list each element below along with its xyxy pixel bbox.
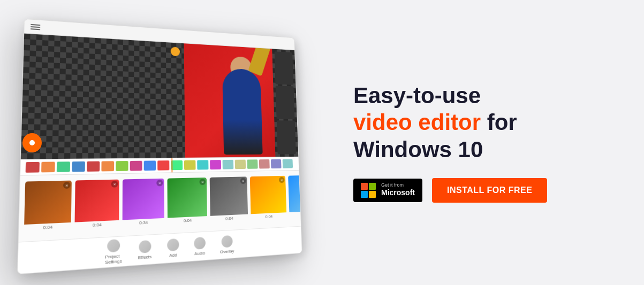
thumb-close[interactable]: × [200,179,206,185]
media-thumbnail[interactable]: × 0:04 [288,175,301,221]
video-preview [21,33,298,159]
ms-name: Microsoft [381,188,415,197]
side-panel-2 [276,86,295,119]
toolbar-label-effects: Effects [138,253,152,259]
timeline-thumb [41,161,55,172]
headline-line1: Easy-to-use [353,83,481,108]
install-for-free-button[interactable]: INSTALL FOR FREE [432,178,547,203]
microsoft-badge-text: Get it from Microsoft [381,183,415,197]
thumb-label: 0:34 [123,218,164,227]
svg-point-0 [29,140,35,145]
thumb-image [288,175,301,212]
media-thumbnail[interactable]: × 0:04 [250,175,287,223]
timeline-thumb [235,159,246,169]
timeline-thumb [116,160,128,171]
ms-green-square [369,183,376,190]
timeline-thumb [184,160,196,170]
headline-line2-orange: video editor [353,110,481,135]
thumb-label: 0:04 [168,216,207,225]
timeline-thumb [271,159,282,168]
thumb-close[interactable]: × [63,181,71,188]
side-panel-1 [275,51,294,85]
add-icon [167,238,179,251]
right-panels [272,49,298,157]
timeline-thumb [259,159,270,168]
media-thumbnail[interactable]: × 0:04 [74,179,119,233]
ms-blue-square [361,191,368,198]
media-thumbnail[interactable]: × 0:04 [167,178,207,228]
headline-line2-rest: for [481,110,517,135]
timeline-thumb [130,160,142,171]
mockup-window: × 0:04 × 0:04 × 0:34 × 0:04 [17,18,302,274]
media-thumbnail[interactable]: × 0:04 [24,180,72,235]
timeline-thumb [171,160,183,170]
thumb-label: 0:04 [210,214,248,222]
project-settings-icon [107,239,120,252]
person-body [222,68,263,155]
page-container: × 0:04 × 0:04 × 0:34 × 0:04 [0,0,644,285]
preview-indicator [171,47,180,56]
timeline-thumb [197,160,208,170]
thumb-label: 0:04 [251,212,286,221]
right-content: Easy-to-use video editor for Windows 10 … [353,82,612,203]
ms-get-it-from: Get it from [381,183,415,188]
ms-yellow-square [369,191,376,198]
timeline-thumb [26,161,40,172]
timeline-thumb [223,159,234,169]
thumb-label: 0:04 [289,211,301,219]
thumb-close[interactable]: × [240,178,246,184]
toolbar-label-project: ProjectSettings [105,253,122,265]
toolbar-label-audio: Audio [194,250,205,256]
headline: Easy-to-use video editor for Windows 10 [353,82,612,163]
toolbar-label-overlay: Overlay [220,248,234,254]
timeline-thumb [144,160,156,171]
toolbar-audio[interactable]: Audio [194,236,206,256]
timeline-thumb [72,161,85,172]
thumb-close[interactable]: × [279,176,285,183]
preview-left-panel [21,33,185,159]
app-mockup: × 0:04 × 0:04 × 0:34 × 0:04 [32,26,310,260]
toolbar-label-add: Add [169,252,177,257]
thumb-close[interactable]: × [156,179,163,186]
audio-icon [194,236,206,249]
timeline-marker [171,158,172,172]
toolbar-add[interactable]: Add [167,238,179,258]
toolbar-effects[interactable]: Effects [138,240,152,260]
ms-red-square [361,183,368,190]
effects-icon [139,240,151,253]
cta-row: Get it from Microsoft INSTALL FOR FREE [353,178,612,203]
headline-line3: Windows 10 [353,137,483,162]
orange-circle [22,133,42,152]
timeline-thumb [157,160,169,171]
overlay-icon [221,235,232,248]
microsoft-logo [361,183,376,198]
thumb-close[interactable]: × [111,180,118,187]
timeline-thumb [87,161,100,171]
media-thumbnail[interactable]: × 0:04 [210,176,248,226]
timeline-thumb [101,161,114,171]
timeline-thumb [210,160,221,170]
menu-icon [31,23,40,30]
media-thumbnail[interactable]: × 0:34 [123,178,164,230]
toolbar-project-settings[interactable]: ProjectSettings [105,238,122,265]
timeline-thumb [283,159,293,168]
timeline-thumb [57,161,70,172]
preview-main-panel [184,43,298,158]
toolbar-overlay[interactable]: Overlay [219,235,234,254]
side-panel-3 [277,120,296,154]
microsoft-badge-button[interactable]: Get it from Microsoft [353,179,422,202]
timeline-thumb [247,159,257,169]
